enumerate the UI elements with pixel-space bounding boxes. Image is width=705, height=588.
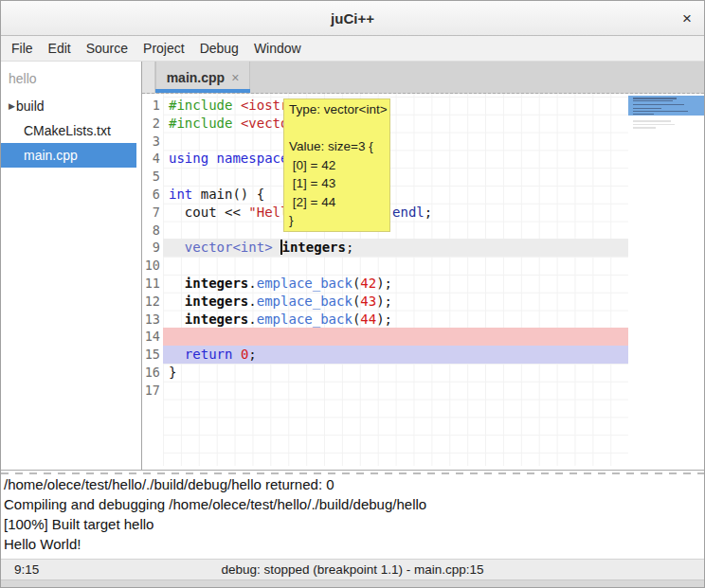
tooltip-line: }: [289, 211, 385, 230]
minimap-code-line: [633, 98, 677, 99]
code-line[interactable]: vector<int> integers;: [169, 239, 628, 257]
minimap-code-line: [633, 104, 684, 106]
code-editor[interactable]: 1234567891011121314151617 #include <iost…: [142, 94, 704, 470]
tooltip-line: [289, 119, 385, 138]
tooltip-line: [0] = 42: [289, 156, 385, 175]
code-line[interactable]: [169, 382, 628, 400]
main-area: hello ▶buildCMakeLists.txtmain.cpp main.…: [1, 62, 704, 470]
line-number[interactable]: 8: [142, 222, 163, 240]
line-number[interactable]: 3: [142, 133, 163, 151]
status-bar: 9:15 debug: stopped (breakpoint 1.1) - m…: [1, 559, 704, 579]
tab-bar: main.cpp ×: [142, 62, 704, 94]
tree-item-cmakelists-txt[interactable]: CMakeLists.txt: [1, 118, 136, 143]
code-line[interactable]: #include <iostream>: [169, 97, 628, 115]
code-line[interactable]: integers.emplace_back(43);: [169, 293, 628, 311]
code-line[interactable]: [169, 328, 628, 346]
menu-source[interactable]: Source: [79, 37, 136, 60]
tooltip-line: [2] = 44: [289, 193, 385, 212]
tree-item-main-cpp[interactable]: main.cpp: [1, 143, 136, 168]
tree-item-label: CMakeLists.txt: [24, 123, 111, 138]
terminal-line: Compiling and debugging /home/olece/test…: [1, 494, 704, 514]
terminal-line: Hello World!: [1, 534, 704, 554]
minimap-viewport[interactable]: [628, 96, 704, 116]
minimap-code-line: [633, 100, 673, 102]
app-window: juCi++ × FileEditSourceProjectDebugWindo…: [0, 0, 705, 588]
file-tree-sidebar[interactable]: hello ▶buildCMakeLists.txtmain.cpp: [1, 62, 136, 470]
minimap-code-line: [633, 111, 688, 113]
file-tree: ▶buildCMakeLists.txtmain.cpp: [1, 94, 136, 168]
editor-pane: main.cpp × 1234567891011121314151617 #in…: [141, 62, 704, 470]
line-number[interactable]: 7: [142, 204, 163, 222]
line-number[interactable]: 5: [142, 168, 163, 186]
tab-close-icon[interactable]: ×: [231, 70, 239, 85]
tree-item-build[interactable]: ▶build: [1, 94, 136, 118]
code-line[interactable]: integers.emplace_back(44);: [169, 311, 628, 329]
tooltip-line: Value: size=3 {: [289, 137, 385, 156]
line-number[interactable]: 10: [142, 257, 163, 275]
minimap-overflow-lines: [633, 120, 699, 130]
line-number[interactable]: 9: [142, 239, 163, 257]
code-line[interactable]: [169, 257, 628, 275]
minimap[interactable]: [628, 94, 704, 470]
menubar: FileEditSourceProjectDebugWindow: [1, 36, 704, 62]
terminal-output[interactable]: /home/olece/test/hello/./build/debug/hel…: [1, 470, 704, 559]
menu-file[interactable]: File: [4, 37, 41, 60]
terminal-line: /home/olece/test/hello/./build/debug/hel…: [1, 474, 704, 494]
line-number[interactable]: 6: [142, 186, 163, 204]
line-number[interactable]: 2: [142, 115, 163, 133]
terminal-line: [100%] Built target hello: [1, 514, 704, 534]
window-resize-edge: [1, 579, 704, 587]
code-line[interactable]: using namespace std;: [169, 150, 628, 168]
tree-item-label: build: [16, 98, 45, 114]
tab-main-cpp[interactable]: main.cpp ×: [155, 62, 250, 93]
line-number[interactable]: 14: [142, 328, 163, 346]
code-line[interactable]: }: [169, 364, 628, 382]
code-line[interactable]: integers.emplace_back(42);: [169, 275, 628, 293]
line-number[interactable]: 1: [142, 97, 163, 115]
tree-item-label: main.cpp: [24, 148, 78, 163]
code-line[interactable]: cout << "Hello World!" << endl;: [169, 204, 628, 222]
project-name: hello: [1, 65, 136, 94]
line-number-gutter[interactable]: 1234567891011121314151617: [142, 94, 163, 470]
menu-project[interactable]: Project: [136, 37, 192, 60]
minimap-code-line: [633, 108, 661, 110]
cursor-position: 9:15: [1, 562, 39, 577]
line-number[interactable]: 13: [142, 311, 163, 329]
code-area[interactable]: #include <iostream>#include <vector>usin…: [163, 94, 628, 466]
minimap-code-line: [633, 114, 654, 116]
window-title: juCi++: [331, 10, 374, 27]
menu-debug[interactable]: Debug: [192, 37, 246, 60]
code-line[interactable]: return 0;: [169, 346, 628, 364]
menu-window[interactable]: Window: [246, 37, 309, 60]
line-number[interactable]: 4: [142, 150, 163, 168]
code-line[interactable]: [169, 133, 628, 151]
line-number[interactable]: 12: [142, 293, 163, 311]
tooltip-line: Type: vector<int>: [289, 100, 385, 119]
code-line[interactable]: int main() {: [169, 186, 628, 204]
debug-status: debug: stopped (breakpoint 1.1) - main.c…: [1, 562, 704, 577]
debug-value-tooltip: Type: vector<int> Value: size=3 { [0] = …: [283, 98, 390, 232]
code-line[interactable]: [169, 222, 628, 240]
line-number[interactable]: 11: [142, 275, 163, 293]
code-line[interactable]: [169, 168, 628, 186]
line-number[interactable]: 16: [142, 364, 163, 382]
line-number[interactable]: 17: [142, 382, 163, 400]
titlebar[interactable]: juCi++ ×: [1, 1, 704, 36]
line-number[interactable]: 15: [142, 346, 163, 364]
menu-edit[interactable]: Edit: [41, 37, 79, 60]
active-tab-indicator: [155, 89, 250, 93]
tooltip-line: [1] = 43: [289, 174, 385, 193]
close-icon[interactable]: ×: [682, 10, 692, 27]
code-line[interactable]: #include <vector>: [169, 115, 628, 133]
tab-label: main.cpp: [167, 70, 225, 85]
expander-icon[interactable]: ▶: [1, 101, 16, 111]
